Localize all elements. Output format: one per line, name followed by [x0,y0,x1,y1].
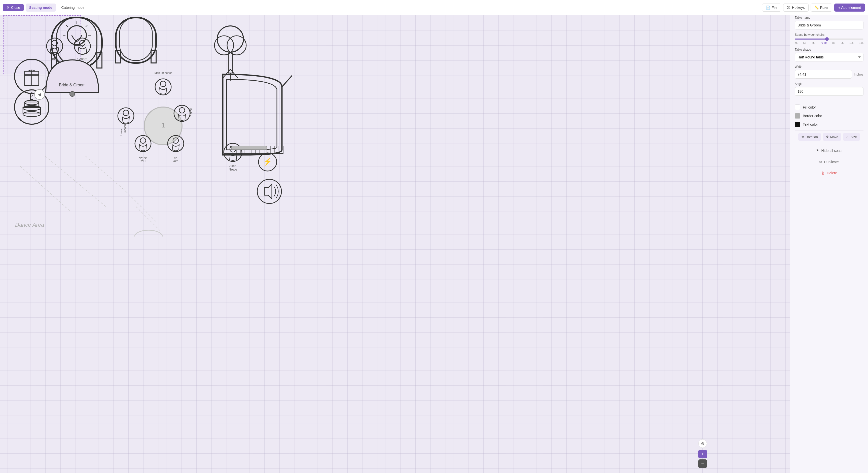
svg-text:1: 1 [161,121,165,129]
svg-text:⚡: ⚡ [263,157,272,166]
svg-rect-91 [231,146,267,150]
close-button[interactable]: ✕ Close [3,4,24,11]
svg-text:Maid-of-honor: Maid-of-honor [155,71,172,74]
svg-text:Frye: Frye [141,159,146,162]
svg-rect-43 [228,53,232,73]
svg-text:Kit: Kit [174,156,177,159]
svg-line-10 [66,25,68,27]
svg-text:Michele: Michele [138,156,147,159]
svg-point-77 [140,138,146,143]
svg-text:Man: Man [189,112,192,117]
floorplan-svg: Bride & Groom Bride Groom [0,15,356,237]
close-x-icon: ✕ [6,5,9,9]
toolbar: ✕ Close Seating mode Catering mode 📄 Fil… [0,0,434,15]
svg-line-93 [20,166,70,212]
svg-point-37 [70,91,75,96]
svg-text:Lowe: Lowe [120,129,123,136]
svg-line-45 [230,69,238,78]
svg-text:Johanna: Johanna [123,122,126,133]
svg-point-66 [123,110,129,116]
svg-text:Alice: Alice [229,164,237,168]
seating-mode-button[interactable]: Seating mode [26,3,56,11]
svg-point-41 [215,36,234,55]
close-label: Close [11,5,20,9]
svg-text:Dance Area: Dance Area [15,221,44,228]
svg-point-25 [25,100,39,105]
svg-point-90 [257,179,281,204]
svg-point-29 [23,112,40,117]
catering-mode-button[interactable]: Catering mode [58,3,88,11]
svg-line-95 [86,156,126,191]
svg-text:◀: ◀ [38,92,41,97]
svg-line-44 [223,69,230,78]
svg-point-73 [179,108,185,113]
svg-rect-14 [120,18,152,60]
svg-line-62 [282,76,292,87]
svg-line-97 [136,207,161,232]
svg-text:Bride: Bride [51,57,58,61]
canvas: Bride & Groom Bride Groom [0,15,434,237]
svg-point-42 [227,36,246,55]
svg-line-94 [45,156,106,207]
svg-text:Groom: Groom [77,57,87,61]
svg-point-70 [160,81,166,87]
svg-line-9 [86,25,87,27]
svg-point-40 [217,26,243,52]
svg-text:Neale: Neale [228,168,237,171]
svg-point-98 [135,230,162,237]
svg-line-96 [126,191,156,221]
svg-text:Bride & Groom: Bride & Groom [59,83,86,87]
svg-text:Carr: Carr [173,160,178,162]
